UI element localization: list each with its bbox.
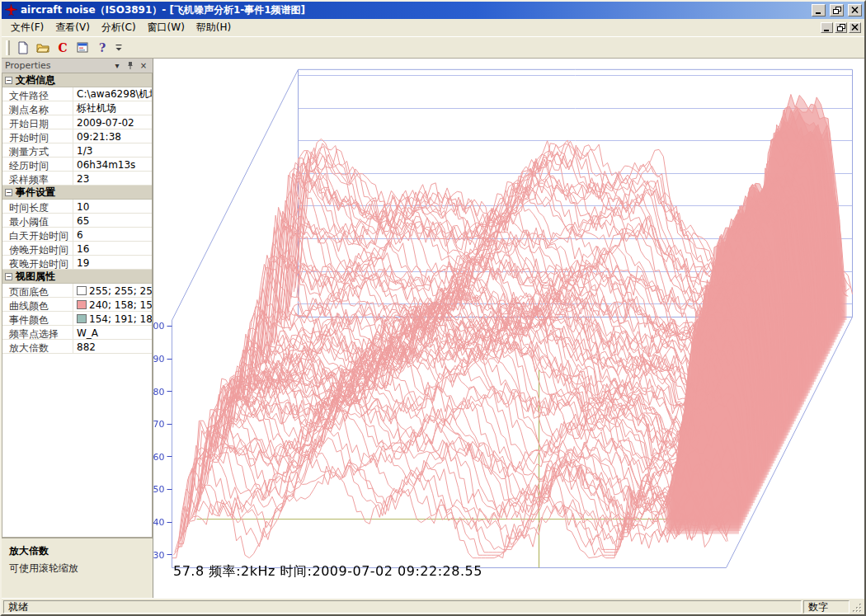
property-value[interactable]: 19 (73, 256, 152, 269)
color-swatch (77, 300, 87, 309)
property-label: 白天开始时间 (2, 228, 73, 241)
properties-button[interactable] (73, 39, 92, 57)
property-value[interactable]: 栎社机场 (73, 101, 152, 115)
property-value-text: 65 (77, 215, 89, 227)
menu-item-2[interactable]: 分析(C) (96, 18, 142, 37)
property-value[interactable]: 23 (73, 172, 152, 185)
menu-item-4[interactable]: 帮助(H) (191, 18, 237, 37)
property-value[interactable]: W_A (73, 326, 152, 339)
c-weighting-button[interactable]: C (53, 39, 72, 57)
help-button[interactable]: ? (92, 39, 111, 57)
category-row[interactable]: −视图属性 (2, 270, 152, 284)
minimize-button[interactable] (812, 4, 826, 16)
mdi-controls (819, 22, 861, 33)
waterfall-canvas[interactable] (153, 59, 864, 598)
property-row: 最小阈值65 (2, 214, 152, 228)
property-value[interactable]: 65 (73, 214, 152, 227)
status-message: 就绪 (3, 600, 802, 614)
property-value-text: 882 (77, 341, 96, 353)
property-label: 夜晚开始时间 (2, 256, 73, 269)
category-row[interactable]: −事件设置 (2, 186, 152, 200)
menu-item-1[interactable]: 查看(V) (49, 18, 96, 37)
color-swatch (77, 286, 87, 295)
property-grid: −文档信息文件路径C:\awa6298\机场测点名称栎社机场开始日期2009-0… (2, 73, 153, 537)
property-label: 开始日期 (2, 115, 73, 129)
menu-item-0[interactable]: 文件(F) (5, 18, 49, 37)
property-value[interactable]: 240; 158; 158 (73, 298, 152, 311)
property-label: 文件路径 (2, 87, 73, 101)
property-row: 测点名称栎社机场 (2, 101, 152, 115)
resize-grip-icon[interactable] (851, 600, 863, 614)
property-label: 傍晚开始时间 (2, 242, 73, 255)
property-value[interactable]: 154; 191; 184 (73, 312, 152, 325)
property-value-text: 1/3 (77, 145, 92, 157)
close-icon[interactable]: × (138, 60, 149, 72)
property-row: 开始时间09:21:38 (2, 129, 152, 143)
property-label: 测点名称 (2, 101, 73, 115)
toolbar-options-icon[interactable] (114, 39, 124, 57)
property-label: 经历时间 (2, 158, 73, 171)
open-file-button[interactable] (33, 39, 52, 57)
property-row: 开始日期2009-07-02 (2, 115, 152, 129)
svg-text:C: C (58, 41, 67, 54)
property-value-text: 240; 158; 158 (89, 299, 152, 311)
mdi-restore-button[interactable] (835, 22, 847, 33)
toolbar-grip[interactable] (6, 40, 10, 55)
property-row: 采样频率23 (2, 172, 152, 186)
property-value[interactable]: 1/3 (73, 143, 152, 157)
property-row: 经历时间06h34m13s (2, 158, 152, 172)
title-bar: aircraft noise（ISO3891）- [飞机噪声分析1-事件1频谱图… (2, 2, 864, 19)
category-title: 视图属性 (16, 270, 55, 284)
property-label: 测量方式 (2, 143, 73, 157)
property-value[interactable]: C:\awa6298\机场 (73, 87, 152, 101)
property-value-text: 栎社机场 (77, 101, 116, 115)
collapse-icon[interactable]: − (5, 189, 12, 196)
property-value-text: 6 (77, 229, 83, 241)
property-value-text: 06h34m13s (77, 159, 135, 171)
property-value[interactable]: 255; 255; 255 (73, 284, 152, 297)
property-row: 放大倍数882 (2, 340, 152, 354)
property-row: 事件颜色154; 191; 184 (2, 312, 152, 326)
properties-panel: Properties ▾ × −文档信息文件路径C:\awa6298\机场测点名… (2, 59, 153, 598)
new-document-button[interactable] (13, 39, 32, 57)
property-row: 白天开始时间6 (2, 228, 152, 242)
chevron-down-icon[interactable]: ▾ (111, 60, 123, 72)
menu-item-3[interactable]: 窗口(W) (142, 18, 191, 37)
mdi-minimize-button[interactable] (821, 22, 833, 33)
property-value-text: 23 (77, 173, 89, 185)
property-row: 傍晚开始时间16 (2, 242, 152, 256)
property-value[interactable]: 09:21:38 (73, 129, 152, 143)
property-description-title: 放大倍数 (9, 544, 145, 558)
property-value[interactable]: 6 (73, 228, 152, 241)
property-row: 文件路径C:\awa6298\机场 (2, 87, 152, 101)
property-label: 页面底色 (2, 284, 73, 297)
spectrum-chart-area: 57.8 频率:2kHz 时间:2009-07-02 09:22:28.55 (153, 59, 864, 598)
property-value-text: 10 (77, 201, 89, 213)
color-swatch (77, 314, 87, 323)
category-title: 事件设置 (16, 186, 55, 200)
restore-button[interactable] (830, 4, 844, 16)
property-value-text: 154; 191; 184 (89, 313, 152, 325)
property-value[interactable]: 2009-07-02 (73, 115, 152, 129)
property-row: 频率点选择W_A (2, 326, 152, 340)
status-bar: 就绪 数字 (2, 598, 864, 614)
collapse-icon[interactable]: − (5, 77, 12, 84)
close-button[interactable] (848, 4, 862, 16)
pin-icon[interactable] (125, 60, 136, 72)
property-value[interactable]: 10 (73, 200, 152, 213)
property-value[interactable]: 16 (73, 242, 152, 255)
property-row: 页面底色255; 255; 255 (2, 284, 152, 298)
airplane-icon (4, 4, 17, 17)
property-label: 放大倍数 (2, 340, 73, 353)
property-value[interactable]: 882 (73, 340, 152, 353)
mdi-close-button[interactable] (849, 22, 861, 33)
property-row: 测量方式1/3 (2, 143, 152, 158)
property-value[interactable]: 06h34m13s (73, 158, 152, 171)
collapse-icon[interactable]: − (5, 273, 12, 280)
category-row[interactable]: −文档信息 (2, 73, 152, 87)
main-area: Properties ▾ × −文档信息文件路径C:\awa6298\机场测点名… (2, 59, 864, 598)
property-label: 时间长度 (2, 200, 73, 213)
property-row: 曲线颜色240; 158; 158 (2, 298, 152, 312)
status-num-indicator: 数字 (803, 600, 850, 614)
property-label: 曲线颜色 (2, 298, 73, 311)
